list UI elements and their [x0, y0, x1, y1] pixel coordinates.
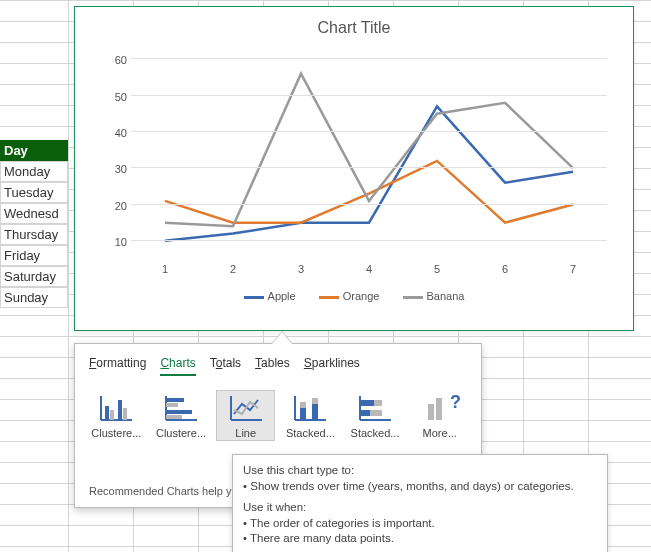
svg-rect-17 [300, 402, 306, 408]
column-header-day[interactable]: Day [0, 140, 68, 161]
svg-rect-23 [374, 400, 382, 406]
chart-option-clustered-column[interactable]: Clustere... [87, 390, 146, 441]
chart-preview: Chart Title 10 20 30 40 50 60 1 2 3 4 [74, 6, 634, 331]
chart-option-line[interactable]: Line [216, 390, 275, 441]
cell-day[interactable]: Thursday [0, 224, 68, 245]
clustered-column-icon [98, 394, 134, 422]
svg-rect-16 [300, 408, 306, 420]
svg-rect-22 [360, 400, 374, 406]
more-icon: ? [422, 394, 458, 422]
chart-option-stacked-bar[interactable]: Stacked... [346, 390, 405, 441]
chart-option-label: Stacked... [281, 427, 340, 439]
chart-legend: Apple Orange Banana [75, 290, 633, 302]
cell-day[interactable]: Sunday [0, 287, 68, 308]
svg-rect-11 [166, 415, 182, 419]
tab-formatting[interactable]: Formatting [89, 356, 146, 374]
svg-rect-3 [110, 410, 114, 420]
cell-day[interactable]: Friday [0, 245, 68, 266]
chart-option-label: More... [410, 427, 469, 439]
cell-day[interactable]: Wednesd [0, 203, 68, 224]
svg-rect-9 [166, 403, 178, 407]
chart-plot-area: 10 20 30 40 50 60 1 2 3 4 5 6 7 [131, 41, 607, 259]
chart-option-clustered-bar[interactable]: Clustere... [152, 390, 211, 441]
x-axis: 1 2 3 4 5 6 7 [131, 263, 607, 281]
stacked-column-icon [292, 394, 328, 422]
quick-analysis-tabs: FormattingChartsTotalsTablesSparklines [75, 344, 481, 376]
chart-option-label: Stacked... [346, 427, 405, 439]
svg-rect-2 [105, 406, 109, 420]
legend-item: Apple [244, 290, 296, 302]
cell-day[interactable]: Tuesday [0, 182, 68, 203]
svg-rect-10 [166, 410, 192, 414]
svg-rect-18 [312, 404, 318, 420]
legend-item: Banana [403, 290, 465, 302]
quick-analysis-gallery: Clustere...Clustere...LineStacked...Stac… [75, 376, 481, 441]
chart-type-tooltip: Use this chart type to: • Show trends ov… [232, 454, 608, 552]
chart-option-label: Clustere... [87, 427, 146, 439]
svg-rect-4 [118, 400, 122, 420]
svg-rect-19 [312, 398, 318, 404]
chart-option-more[interactable]: ?More... [410, 390, 469, 441]
chart-title: Chart Title [75, 19, 633, 37]
tab-tables[interactable]: Tables [255, 356, 290, 374]
y-axis: 10 20 30 40 50 60 [97, 41, 127, 259]
svg-rect-24 [360, 410, 370, 416]
line-icon [228, 394, 264, 422]
chart-lines-svg [131, 41, 607, 259]
stacked-bar-icon [357, 394, 393, 422]
clustered-bar-icon [163, 394, 199, 422]
chart-option-label: Line [216, 427, 275, 439]
svg-text:?: ? [450, 392, 461, 412]
svg-rect-8 [166, 398, 184, 402]
svg-rect-25 [370, 410, 382, 416]
svg-rect-26 [428, 404, 434, 420]
svg-rect-27 [436, 398, 442, 420]
legend-item: Orange [319, 290, 380, 302]
chart-option-stacked-column[interactable]: Stacked... [281, 390, 340, 441]
quick-analysis-footer: Recommended Charts help yo [89, 485, 238, 497]
svg-rect-5 [123, 408, 127, 420]
cell-day[interactable]: Saturday [0, 266, 68, 287]
tab-totals[interactable]: Totals [210, 356, 241, 374]
tab-sparklines[interactable]: Sparklines [304, 356, 360, 374]
cell-day[interactable]: Monday [0, 161, 68, 182]
tab-charts[interactable]: Charts [160, 356, 195, 376]
chart-option-label: Clustere... [152, 427, 211, 439]
